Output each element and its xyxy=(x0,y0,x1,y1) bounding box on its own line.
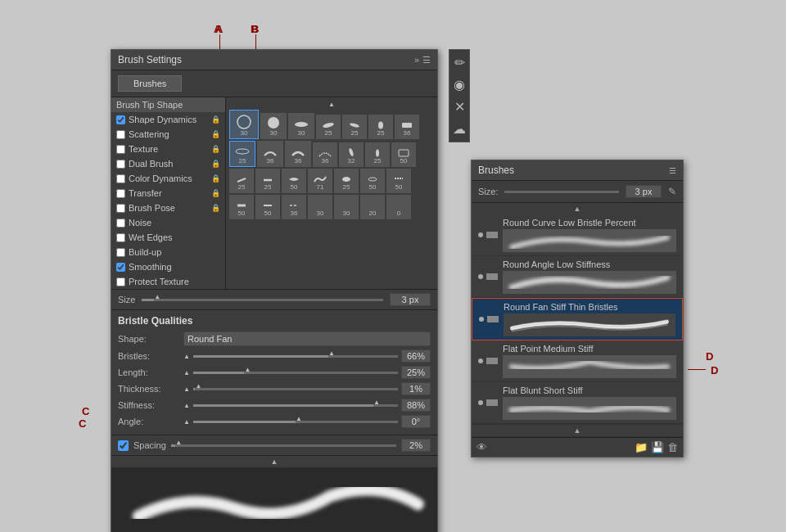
brush-thumb-r4-2[interactable]: 50 xyxy=(255,195,280,219)
brush-thumb-6[interactable]: 25 xyxy=(368,115,393,139)
shape-dynamics-check[interactable] xyxy=(116,115,125,124)
brush-item-flat-point-medium[interactable]: Flat Point Medium Stiff xyxy=(472,340,683,382)
brush-thumb-r4-5[interactable]: 30 xyxy=(334,195,359,219)
spacing-slider[interactable]: ▲ xyxy=(171,444,396,447)
bristle-angle-value[interactable]: 0° xyxy=(401,415,431,428)
brush-pose-item[interactable]: Brush Pose 🔒 xyxy=(111,201,225,215)
spacing-checkbox[interactable] xyxy=(118,440,129,451)
bristle-thickness-slider[interactable]: ▲ xyxy=(193,388,398,390)
bristle-angle-slider[interactable]: ▲ xyxy=(193,421,398,423)
brush-thumb-r3-6[interactable]: 50 xyxy=(360,169,385,193)
wet-edges-item[interactable]: Wet Edges xyxy=(111,230,225,245)
scattering-item[interactable]: Scattering 🔒 xyxy=(111,127,225,142)
edit-icon[interactable]: ✏ xyxy=(453,55,466,70)
brush-thumb-4[interactable]: 25 xyxy=(316,115,341,139)
brush-thumb-r4-7[interactable]: 0 xyxy=(386,195,411,219)
brushes-button[interactable]: Brushes xyxy=(118,75,182,92)
bristle-stiffness-slider[interactable]: ▲ xyxy=(193,404,398,407)
bp-folder-icon[interactable]: 📁 xyxy=(635,441,648,453)
brush-thumb-r2-6[interactable]: 25 xyxy=(365,142,390,167)
brush-thumb-r4-6[interactable]: 20 xyxy=(360,195,385,219)
bs-size-value[interactable]: 3 px xyxy=(626,185,662,198)
panel-menu-icon[interactable]: ☰ xyxy=(422,55,431,65)
bristle-thickness-value[interactable]: 1% xyxy=(401,382,431,395)
settings-icon[interactable]: ✕ xyxy=(453,99,466,115)
brush-item-round-angle-low[interactable]: Round Angle Low Stiffness xyxy=(472,256,683,298)
bs-size-slider[interactable] xyxy=(504,191,619,193)
smoothing-check[interactable] xyxy=(116,263,125,272)
brush-thumb-r2-3[interactable]: 36 xyxy=(285,141,311,167)
brush-item-content-4: Flat Point Medium Stiff xyxy=(503,344,676,378)
brush-thumb-r2-7[interactable]: 50 xyxy=(391,142,416,167)
brush-thumb-r3-2[interactable]: 25 xyxy=(255,169,280,193)
color-dynamics-item[interactable]: Color Dynamics 🔒 xyxy=(111,171,225,186)
transfer-check[interactable] xyxy=(116,189,125,198)
brush-thumb-selected[interactable]: 30 xyxy=(229,110,259,139)
brush-thumb-r4-3[interactable]: 36 xyxy=(282,195,306,219)
bristle-bristles-value[interactable]: 66% xyxy=(401,349,431,363)
scattering-check[interactable] xyxy=(116,130,125,139)
wet-edges-check[interactable] xyxy=(116,233,125,242)
texture-item[interactable]: Texture 🔒 xyxy=(111,142,225,156)
bristle-thickness-triangle: ▲ xyxy=(183,385,190,393)
brush-thumb-r3-1[interactable]: 25 xyxy=(229,169,254,193)
cloud-icon[interactable]: ☁ xyxy=(453,121,466,137)
brush-thumb-area: ▲ 30 30 30 25 xyxy=(226,97,437,289)
brush-thumb-r2-2[interactable]: 36 xyxy=(257,141,283,167)
bp-bottom-triangle: ▲ xyxy=(472,424,683,437)
brush-item-round-curve-low[interactable]: Round Curve Low Bristle Percent xyxy=(472,214,683,256)
transfer-item[interactable]: Transfer 🔒 xyxy=(111,186,225,201)
bristle-thickness-label: Thickness: xyxy=(118,384,183,394)
build-up-check[interactable] xyxy=(116,248,125,257)
bristle-stiffness-triangle: ▲ xyxy=(183,402,190,409)
spacing-value[interactable]: 2% xyxy=(401,439,431,452)
bristle-bristles-label: Bristles: xyxy=(118,351,183,361)
panel-expand-icon[interactable]: » xyxy=(414,55,419,65)
size-slider[interactable]: ▲ xyxy=(142,299,383,301)
brush-pose-check[interactable] xyxy=(116,204,125,213)
brush-tip-shape-item[interactable]: Brush Tip Shape xyxy=(111,97,225,112)
brush-item-round-fan-stiff[interactable]: Round Fan Stiff Thin Bristles xyxy=(472,298,683,340)
bristle-shape-select[interactable]: Round Fan Round Curve Blunt Curve Angle … xyxy=(183,331,431,346)
brush-thumb-r3-7[interactable]: 50 xyxy=(386,169,411,193)
bp-eye-icon[interactable]: 👁 xyxy=(477,441,487,453)
dual-brush-check[interactable] xyxy=(116,160,125,169)
bristle-bristles-slider[interactable]: ▲ xyxy=(193,355,398,358)
size-value[interactable]: 3 px xyxy=(390,293,431,306)
bristle-length-row: Length: ▲ ▲ 25% xyxy=(118,366,431,379)
smoothing-item[interactable]: Smoothing xyxy=(111,259,225,274)
brush-thumb-r4-4[interactable]: 30 xyxy=(308,195,332,219)
texture-check[interactable] xyxy=(116,145,125,154)
bs-edit-icon[interactable]: ✎ xyxy=(668,186,676,197)
bristle-thickness-slider-wrap: ▲ ▲ 1% xyxy=(183,382,431,395)
brush-thumb-3[interactable]: 30 xyxy=(288,113,314,139)
bp-delete-icon[interactable]: 🗑 xyxy=(667,441,678,453)
brushes-list[interactable]: Round Curve Low Bristle Percent Round An… xyxy=(472,214,683,424)
protect-texture-check[interactable] xyxy=(116,277,125,286)
brush-thumb-r2-4[interactable]: 36 xyxy=(313,142,337,167)
brush-thumb-r3-5[interactable]: 25 xyxy=(334,169,359,193)
brush-thumb-r3-4[interactable]: 71 xyxy=(308,169,332,193)
brush-item-flat-blunt-short[interactable]: Flat Blunt Short Stiff xyxy=(472,382,683,424)
brush-thumb-r2-5[interactable]: 32 xyxy=(339,142,364,167)
brush-thumb-5[interactable]: 25 xyxy=(342,115,367,139)
bristle-length-slider[interactable]: ▲ xyxy=(193,372,398,374)
noise-item[interactable]: Noise xyxy=(111,215,225,230)
bristle-length-value[interactable]: 25% xyxy=(401,366,431,379)
bristle-stiffness-value[interactable]: 88% xyxy=(401,399,431,412)
noise-check[interactable] xyxy=(116,219,125,228)
build-up-item[interactable]: Build-up xyxy=(111,245,225,259)
color-dynamics-check[interactable] xyxy=(116,174,125,183)
brush-thumb-selected2[interactable]: 25 xyxy=(229,141,255,167)
lock-icon-color: 🔒 xyxy=(211,174,220,183)
brush-thumb-r4-1[interactable]: 50 xyxy=(229,195,254,219)
brushes-panel-menu-icon[interactable]: ☰ xyxy=(669,166,676,175)
brush-thumb-7[interactable]: 36 xyxy=(395,115,419,139)
protect-texture-item[interactable]: Protect Texture xyxy=(111,274,225,289)
shape-dynamics-item[interactable]: Shape Dynamics 🔒 xyxy=(111,112,225,127)
bp-save-icon[interactable]: 💾 xyxy=(651,441,664,453)
brush-thumb-2[interactable]: 30 xyxy=(260,113,287,139)
dual-brush-item[interactable]: Dual Brush 🔒 xyxy=(111,156,225,171)
brush-thumb-r3-3[interactable]: 50 xyxy=(282,169,306,193)
person-icon[interactable]: ◉ xyxy=(453,77,466,92)
